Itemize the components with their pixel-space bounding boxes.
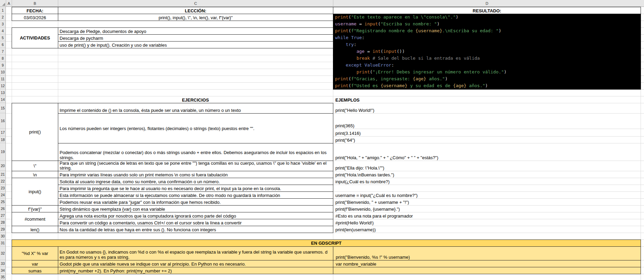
column-header-band: ABCD bbox=[0, 0, 644, 7]
row-header-17[interactable]: 17 bbox=[0, 129, 5, 136]
cell-input-example-3[interactable]: print("Bienvenido, " + username + "!") bbox=[333, 198, 641, 205]
select-all-corner[interactable] bbox=[0, 0, 6, 7]
ejercicios-title[interactable]: EJERCICIOS bbox=[58, 96, 333, 103]
cell-input-example-2[interactable]: username = input("¿Cuál es tu nombre?") bbox=[333, 191, 641, 198]
cell-fstring-example[interactable]: print(f"Bienvenido, {username}.") bbox=[333, 205, 641, 212]
row-header-16[interactable]: 16 bbox=[0, 113, 5, 129]
cell-fecha-label[interactable]: FECHA: bbox=[12, 7, 58, 14]
cell-input-desc-1[interactable]: Solicita al usuario ingrese data, como s… bbox=[58, 178, 333, 185]
cell-comment-desc-1[interactable]: Agrega una nota escrita por nosotros que… bbox=[58, 212, 333, 219]
row-header-6[interactable]: 6 bbox=[0, 41, 5, 48]
console-line: print(f"Gracias, ingresaste: {age} años.… bbox=[335, 75, 641, 82]
row-header-14[interactable]: 14 bbox=[0, 96, 5, 103]
console-line: print(f"Usted es {username} y su edad es… bbox=[335, 82, 641, 89]
row-header-31[interactable]: 31 bbox=[0, 240, 5, 246]
row-header-35[interactable]: 35 bbox=[0, 274, 5, 280]
cell-escape-quote-desc[interactable]: Para que un string (secuencia de letras … bbox=[58, 161, 333, 171]
cell-actividad-1[interactable]: Descarga de Pledge, documentos de apoyo bbox=[58, 27, 333, 35]
row-header-27[interactable]: 27 bbox=[0, 212, 5, 219]
row-header-11[interactable]: 11 bbox=[0, 75, 5, 82]
cell-newline-label[interactable]: \n bbox=[12, 171, 58, 178]
row-header-21[interactable]: 21 bbox=[0, 171, 5, 178]
cell-print-example-3[interactable]: print(3.1416) bbox=[333, 129, 641, 136]
cell-gd-fmt-label[interactable]: "%d X" % var bbox=[12, 246, 58, 260]
cell-escape-quote-label[interactable]: \" bbox=[12, 161, 58, 171]
cell-print-example-1[interactable]: print("Hello World!") bbox=[333, 103, 641, 113]
cell-escape-quote-example[interactable]: print("Ella dijo: \"Hola.\"") bbox=[333, 161, 641, 171]
row-header-5[interactable]: 5 bbox=[0, 34, 5, 41]
cell-print-example-2[interactable]: print(365) bbox=[333, 113, 641, 129]
row-header-32[interactable]: 32 bbox=[0, 246, 5, 260]
cell-input-desc-4[interactable]: Podemos reusar esa variable para "jugar"… bbox=[58, 198, 333, 206]
row-header-18[interactable]: 18 bbox=[0, 136, 5, 143]
row-header-12[interactable]: 12 bbox=[0, 82, 5, 89]
row-header-24[interactable]: 24 bbox=[0, 191, 5, 198]
cell-print-desc-1[interactable]: Imprime el contenido de () en la consola… bbox=[58, 103, 333, 114]
row-header-23[interactable]: 23 bbox=[0, 185, 5, 191]
cell-newline-example[interactable]: print("Hola.\nBuenas tardes.") bbox=[333, 171, 641, 178]
row-header-7[interactable]: 7 bbox=[0, 48, 5, 55]
cell-fecha-value[interactable]: 03/03/2026 bbox=[12, 14, 58, 21]
cell-len-desc[interactable]: Nos da la cantidad de letras que haya en… bbox=[58, 226, 333, 233]
row-header-4[interactable]: 4 bbox=[0, 27, 5, 34]
row-header-29[interactable]: 29 bbox=[0, 226, 5, 233]
row-header-30[interactable]: 30 bbox=[0, 233, 5, 240]
column-header-B[interactable]: B bbox=[12, 0, 58, 7]
cell-len-example[interactable]: print(len(username)) bbox=[333, 226, 641, 233]
cell-actividades-label[interactable]: ACTIVIDADES bbox=[12, 27, 58, 48]
cell-fstring-label[interactable]: f"{var}" bbox=[12, 205, 58, 212]
row-header-15[interactable]: 15 bbox=[0, 103, 5, 113]
row-header-2[interactable]: 2 bbox=[0, 14, 5, 21]
cell-leccion-value[interactable]: print(), input(), \", \n, len(), var, f"… bbox=[58, 14, 333, 21]
cell-comment-example-2[interactable]: #print(Hello World!) bbox=[333, 219, 641, 226]
ejemplos-title[interactable]: EJEMPLOS bbox=[333, 96, 641, 103]
cell-input-label[interactable]: input() bbox=[12, 178, 58, 206]
cell-print-desc-3[interactable]: Podemos concatenar (mezclar o conectar) … bbox=[58, 143, 333, 161]
cell-input-desc-3[interactable]: Esta información se puede almacenar si l… bbox=[58, 191, 333, 199]
cell-resultado-label[interactable]: RESULTADO: bbox=[333, 7, 641, 14]
column-header-A[interactable]: A bbox=[6, 0, 12, 7]
row-header-9[interactable]: 9 bbox=[0, 62, 5, 69]
row-header-34[interactable]: 34 bbox=[0, 267, 5, 274]
cell-print-example-5[interactable]: print("Hola, " + "amigo." + " ¿Cómo" + "… bbox=[333, 143, 641, 161]
row-header-13[interactable]: 13 bbox=[0, 89, 5, 96]
cell-len-label[interactable]: len() bbox=[12, 226, 58, 233]
cell-print-example-4[interactable]: print("64") bbox=[333, 136, 641, 143]
cell-gd-sumas-desc[interactable]: print(my_number +2). En Python: print(my… bbox=[58, 267, 333, 274]
cell-newline-desc[interactable]: Para imprimir varias líneas usando solo … bbox=[58, 171, 333, 178]
cell-gd-var-example[interactable]: var nombre_variable bbox=[333, 260, 641, 267]
row-header-25[interactable]: 25 bbox=[0, 198, 5, 205]
cell-print-desc-2[interactable]: Los números pueden ser integers (enteros… bbox=[58, 113, 333, 143]
cell-gd-var-label[interactable]: var bbox=[12, 260, 58, 267]
row-header-26[interactable]: 26 bbox=[0, 205, 5, 212]
cell-actividad-3[interactable]: uso de print() y de input(). Creación y … bbox=[58, 41, 333, 48]
cell-gd-sumas-example[interactable] bbox=[333, 267, 641, 274]
column-header-C[interactable]: C bbox=[58, 0, 333, 7]
gdscript-banner[interactable]: EN GDSCRIPT bbox=[12, 240, 641, 247]
row-header-22[interactable]: 22 bbox=[0, 178, 5, 185]
cell-input-desc-2[interactable]: Para imprimir la pregunta que se le hace… bbox=[58, 185, 333, 192]
row-header-20[interactable]: 20 bbox=[0, 161, 5, 171]
cell-comment-example-1[interactable]: #Esto es una nota para el programador bbox=[333, 212, 641, 219]
row-header-19[interactable]: 19 bbox=[0, 143, 5, 161]
column-header-D[interactable]: D bbox=[333, 0, 641, 7]
cell-comment-desc-2[interactable]: Para convertir un código a comentario, u… bbox=[58, 219, 333, 226]
cell-gd-fmt-desc[interactable]: En Godot no usamos {}, indicamos con %d … bbox=[58, 246, 333, 260]
console-line: print("Este texto aparece en la \"consol… bbox=[335, 14, 641, 21]
cell-actividad-2[interactable]: Descarga de pycharm bbox=[58, 34, 333, 42]
row-header-1[interactable]: 1 bbox=[0, 7, 5, 14]
row-header-33[interactable]: 33 bbox=[0, 260, 5, 267]
cell-leccion-label[interactable]: LECCIÓN: bbox=[58, 7, 333, 14]
cell-input-example-1[interactable]: input(¿Cuál es tu nombre?) bbox=[333, 178, 641, 185]
cell-print-label[interactable]: print() bbox=[12, 103, 58, 161]
cell-gd-fmt-example[interactable]: print("Bienvenido, %s !" % username) bbox=[333, 246, 641, 260]
cell-fstring-desc[interactable]: String dinámico que reemplaza {var} con … bbox=[58, 205, 333, 212]
row-header-28[interactable]: 28 bbox=[0, 219, 5, 226]
row-header-3[interactable]: 3 bbox=[0, 21, 5, 27]
row-header-10[interactable]: 10 bbox=[0, 69, 5, 75]
console-output-cell[interactable]: print("Este texto aparece en la \"consol… bbox=[333, 14, 641, 90]
cell-gd-var-desc[interactable]: Godot pide que una variable nueva se ind… bbox=[58, 260, 333, 267]
cell-comment-label[interactable]: #comment bbox=[12, 212, 58, 226]
row-header-8[interactable]: 8 bbox=[0, 55, 5, 62]
cell-gd-sumas-label[interactable]: sumas bbox=[12, 267, 58, 274]
